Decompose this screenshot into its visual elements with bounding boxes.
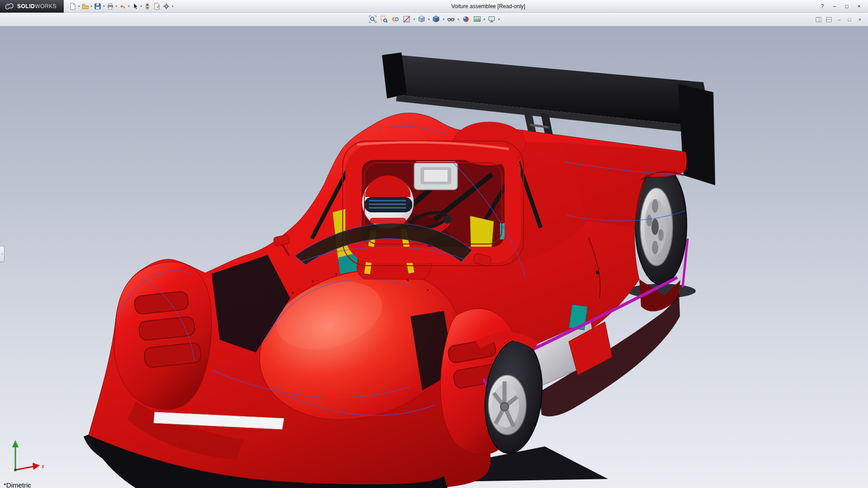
window-controls: ? – □ × xyxy=(817,2,868,10)
doc-minimize-button[interactable]: – xyxy=(835,15,844,23)
minimize-button[interactable]: – xyxy=(829,2,840,10)
solidworks-logo: SOLIDWORKS xyxy=(0,0,64,13)
apply-scene-dropdown-caret[interactable]: ▾ xyxy=(483,18,486,21)
y-axis-arrowhead xyxy=(12,440,19,447)
orientation-triad: x xyxy=(5,438,47,477)
display-pane-icon xyxy=(816,17,821,23)
undo-button[interactable] xyxy=(118,1,127,12)
zoom-to-area-icon xyxy=(380,15,388,23)
compare-pane-icon xyxy=(826,17,832,23)
apply-scene-icon xyxy=(473,15,481,23)
view-tools-group: ▾ ▾ ▾ ▾ xyxy=(368,14,500,25)
apply-scene-button[interactable] xyxy=(472,14,482,25)
open-icon xyxy=(82,3,89,10)
print-dropdown-caret[interactable]: ▾ xyxy=(115,5,118,8)
section-view-icon xyxy=(403,15,410,23)
display-style-dropdown-caret[interactable]: ▾ xyxy=(442,18,445,21)
zoom-to-fit-icon xyxy=(369,15,377,23)
x-axis-label: x xyxy=(41,463,45,469)
file-properties-icon xyxy=(153,3,160,10)
print-icon xyxy=(107,3,114,10)
hide-show-glasses-icon xyxy=(447,15,455,23)
menu-bar-toolbar: ▾ ▾ ▾ ▾ xyxy=(64,1,174,12)
undo-icon xyxy=(119,3,126,10)
view-orientation-button[interactable] xyxy=(416,14,427,25)
display-style-icon xyxy=(432,15,440,23)
document-title: Voiture assemblee [Read-only] xyxy=(172,3,805,9)
zoom-to-area-button[interactable] xyxy=(379,14,389,25)
view-orientation-dropdown-caret[interactable]: ▾ xyxy=(428,18,430,21)
title-bar: SOLIDWORKS ▾ ▾ ▾ xyxy=(0,0,868,13)
brand-bold: SOLID xyxy=(17,3,35,9)
options-button[interactable] xyxy=(162,1,171,12)
3ds-logo-icon xyxy=(5,2,14,10)
heads-up-view-toolbar: ▾ ▾ ▾ ▾ xyxy=(0,13,868,26)
zoom-to-fit-button[interactable] xyxy=(368,14,378,25)
hide-show-items-button[interactable] xyxy=(446,14,456,25)
doc-restore-button[interactable]: □ xyxy=(845,15,854,23)
x-axis-arrowhead xyxy=(33,463,40,470)
previous-view-button[interactable] xyxy=(390,14,401,25)
open-button[interactable] xyxy=(81,1,90,12)
select-dropdown-caret[interactable]: ▾ xyxy=(140,5,143,8)
brand-light: WORKS xyxy=(35,3,57,9)
appearance-sphere-icon xyxy=(462,15,470,23)
open-dropdown-caret[interactable]: ▾ xyxy=(90,5,93,8)
graphics-viewport[interactable]: x *Dimetric ‹ xyxy=(0,26,868,488)
new-document-button[interactable] xyxy=(68,1,77,12)
display-style-button[interactable] xyxy=(431,14,441,25)
select-cursor-icon xyxy=(132,3,139,10)
new-document-dropdown-caret[interactable]: ▾ xyxy=(78,5,80,8)
print-button[interactable] xyxy=(106,1,115,12)
compare-pane-button[interactable] xyxy=(824,15,833,23)
race-car-model[interactable] xyxy=(0,26,868,488)
x-axis xyxy=(15,466,34,470)
options-gear-icon xyxy=(163,3,170,10)
section-view-button[interactable] xyxy=(401,14,412,25)
view-settings-button[interactable] xyxy=(486,14,497,25)
feature-pane-collapse-tab[interactable]: ‹ xyxy=(0,246,5,262)
save-dropdown-caret[interactable]: ▾ xyxy=(103,5,105,8)
save-button[interactable] xyxy=(93,1,102,12)
close-button[interactable]: × xyxy=(854,2,864,10)
new-document-icon xyxy=(69,3,76,10)
section-view-dropdown-caret[interactable]: ▾ xyxy=(413,18,415,21)
rebuild-button[interactable] xyxy=(143,1,152,12)
document-window-controls: – □ × xyxy=(814,13,864,26)
left-front-fender[interactable] xyxy=(114,262,212,410)
display-pane-button[interactable] xyxy=(814,15,823,23)
save-icon xyxy=(94,3,101,10)
view-settings-monitor-icon xyxy=(488,15,495,23)
collapse-arrow-icon: ‹ xyxy=(1,252,3,256)
view-settings-dropdown-caret[interactable]: ▾ xyxy=(498,18,500,21)
undo-dropdown-caret[interactable]: ▾ xyxy=(127,5,130,8)
maximize-button[interactable]: □ xyxy=(841,2,852,10)
select-button[interactable] xyxy=(131,1,140,12)
options-dropdown-caret[interactable]: ▾ xyxy=(171,5,174,8)
intake-box[interactable] xyxy=(414,162,458,190)
brand-text: SOLIDWORKS xyxy=(17,3,57,9)
triad-origin xyxy=(14,469,17,471)
hide-show-items-dropdown-caret[interactable]: ▾ xyxy=(457,18,460,21)
doc-close-button[interactable]: × xyxy=(855,15,864,23)
help-button[interactable]: ? xyxy=(817,2,828,10)
view-orientation-cube-icon xyxy=(418,15,425,23)
view-orientation-label: *Dimetric xyxy=(4,481,31,488)
edit-appearance-button[interactable] xyxy=(461,14,471,25)
rebuild-icon xyxy=(144,3,151,10)
previous-view-icon xyxy=(392,15,399,23)
file-properties-button[interactable] xyxy=(152,1,161,12)
